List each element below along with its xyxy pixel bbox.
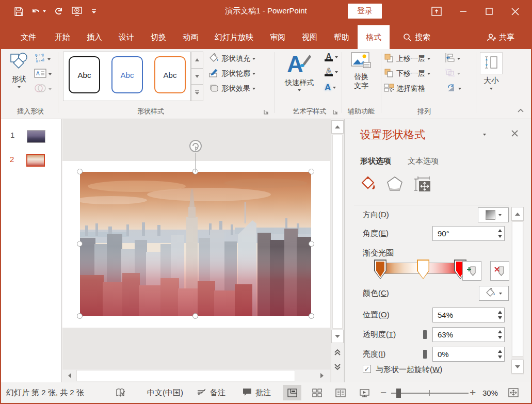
tab-text-options[interactable]: 文本选项 [408,156,439,166]
resize-handle-bottom-center[interactable] [192,313,198,319]
alt-text-button[interactable]: 替换 文字 [346,52,377,91]
tab-design[interactable]: 设计 [110,25,142,49]
tab-animations[interactable]: 动画 [174,25,206,49]
text-outline-button[interactable]: A [325,68,338,76]
brightness-slider[interactable] [423,350,427,359]
zoom-slider-track[interactable] [391,393,469,394]
resize-handle-middle-left[interactable] [77,241,83,247]
text-effects-button[interactable]: A [325,83,336,93]
transparency-input[interactable]: 63% [432,327,505,342]
language-indicator[interactable]: 中文(中国) [147,382,183,403]
slideshow-view-button[interactable] [355,385,374,400]
slide-counter[interactable]: 幻灯片 第 2 张, 共 2 张 [6,382,84,403]
spell-check-icon[interactable] [116,382,126,403]
rotate-objects-button[interactable] [446,83,461,94]
slide-sorter-view-button[interactable] [308,385,326,400]
brightness-spin-up[interactable] [498,350,502,353]
close-icon[interactable] [511,7,520,16]
tab-search[interactable]: 搜索 [395,25,439,49]
zoom-in-button[interactable]: + [470,382,476,403]
resize-handle-bottom-left[interactable] [77,313,83,319]
resize-handle-middle-right[interactable] [309,241,314,247]
ribbon-display-options-icon[interactable] [431,7,442,16]
zoom-slider-thumb[interactable] [396,389,401,398]
angle-input[interactable]: 90° [432,226,505,241]
tab-slideshow[interactable]: 幻灯片放映 [206,25,262,49]
transparency-slider[interactable] [423,330,427,339]
edit-shape-button[interactable] [34,53,51,65]
scroll-left-button[interactable] [64,370,75,381]
slide-2-thumbnail[interactable] [26,154,45,167]
notes-button[interactable]: 备注 [197,382,225,403]
scroll-up-button[interactable] [331,120,344,134]
add-gradient-stop-button[interactable] [462,261,481,281]
shape-style-option-1[interactable]: Abc [69,56,100,93]
fill-and-line-icon[interactable] [360,174,378,196]
position-spin-down[interactable] [498,316,502,319]
selected-picture[interactable] [80,172,311,316]
shape-style-option-2[interactable]: Abc [111,56,143,93]
zoom-level[interactable]: 30% [482,382,498,403]
wordart-dialog-launcher[interactable] [332,108,340,115]
pane-options-dropdown-icon[interactable] [483,134,486,136]
gallery-scroll-down-button[interactable] [191,69,203,85]
direction-dropdown[interactable] [478,207,509,222]
maximize-icon[interactable] [485,7,493,15]
pane-close-icon[interactable] [511,130,519,139]
brightness-spin-down[interactable] [498,355,502,359]
tab-review[interactable]: 审阅 [262,25,294,49]
size-properties-icon[interactable] [412,175,432,196]
shapes-button[interactable]: 形状 [6,52,32,88]
pane-scroll-down-button[interactable] [511,360,524,374]
redo-button[interactable] [54,7,63,16]
zoom-out-button[interactable]: − [380,382,386,403]
tab-view[interactable]: 视图 [294,25,326,49]
brightness-input[interactable]: 0% [432,347,505,362]
shape-effects-button[interactable]: 形状效果 [209,83,255,94]
next-slide-button[interactable] [331,361,344,373]
resize-handle-top-left[interactable] [77,169,83,174]
reading-view-button[interactable] [331,385,350,400]
tab-format[interactable]: 格式 [358,25,390,49]
resize-handle-bottom-right[interactable] [309,313,314,319]
comments-button[interactable]: 批注 [243,382,271,403]
gallery-more-button[interactable] [191,85,203,101]
fit-to-window-icon[interactable] [508,382,519,403]
vertical-scroll-thumb[interactable] [332,135,343,329]
gradient-stop-1[interactable] [374,260,386,279]
gradient-stop-2-selected[interactable] [417,260,429,279]
tab-home[interactable]: 开始 [46,25,78,49]
text-fill-button[interactable]: A [325,53,338,61]
rotate-with-shape-checkbox[interactable]: ✓ [363,365,371,373]
tab-help[interactable]: 帮助 [326,25,358,49]
shape-outline-button[interactable]: 形状轮廓 [209,68,255,79]
rotate-handle[interactable] [189,139,202,153]
position-spin-up[interactable] [498,311,502,314]
tab-insert[interactable]: 插入 [78,25,110,49]
customize-qat-dropdown[interactable] [91,8,96,14]
bring-forward-button[interactable]: 上移一层 [384,53,430,64]
save-icon[interactable] [14,7,23,16]
undo-button[interactable] [31,7,46,15]
shape-fill-button[interactable]: 形状填充 [209,53,255,64]
shape-style-option-3[interactable]: Abc [154,56,186,93]
color-dropdown[interactable] [479,286,509,301]
resize-handle-top-right[interactable] [309,169,314,174]
transparency-spin-down[interactable] [498,336,502,339]
send-backward-button[interactable]: 下移一层 [384,68,430,79]
transparency-spin-up[interactable] [498,330,502,333]
horizontal-scroll-thumb[interactable] [76,370,295,381]
scroll-right-button[interactable] [316,370,328,381]
minimize-icon[interactable] [459,7,467,15]
tab-share[interactable]: 共享 [478,25,523,49]
position-input[interactable]: 54% [432,308,505,322]
align-button[interactable] [445,53,460,64]
pane-scroll-thumb[interactable] [512,221,523,357]
scroll-down-button[interactable] [331,330,344,343]
angle-spin-down[interactable] [498,235,502,238]
shape-styles-dialog-launcher[interactable] [263,108,270,115]
slide-1-thumbnail[interactable] [27,130,45,143]
remove-gradient-stop-button[interactable] [490,261,509,281]
tab-file[interactable]: 文件 [10,25,46,49]
effects-icon[interactable] [386,175,404,196]
